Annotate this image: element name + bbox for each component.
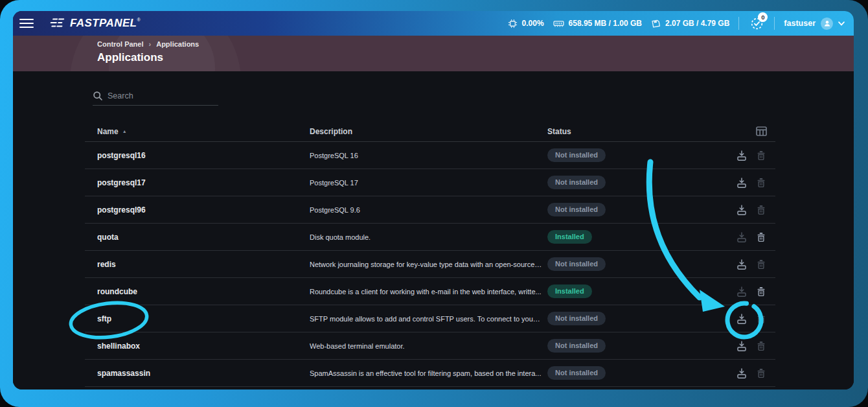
table-row: postgresql16 PostgreSQL 16 Not installed [85, 142, 775, 169]
cpu-usage-value: 0.00% [522, 19, 544, 28]
column-header-description: Description [310, 127, 547, 136]
app-name: sftp [85, 314, 310, 323]
main-content: Name ▲ Description Status postgresql16 P… [13, 71, 854, 390]
delete-icon [755, 258, 768, 271]
status-badge: Not installed [547, 148, 606, 162]
install-icon[interactable] [735, 367, 748, 380]
breadcrumb-separator: › [149, 40, 152, 48]
app-name: postgresql96 [85, 205, 310, 215]
page-title: Applications [97, 51, 163, 64]
delete-icon [755, 367, 768, 380]
status-badge: Not installed [547, 176, 606, 189]
install-icon [735, 231, 748, 244]
status-badge: Not installed [547, 366, 606, 380]
disk-icon [651, 19, 661, 29]
breadcrumb-applications: Applications [156, 40, 199, 48]
app-window: FASTPANEL ® 0.00% 658.95 MB / 1 [13, 11, 854, 390]
app-name: redis [85, 260, 310, 269]
ram-icon [553, 19, 564, 28]
app-description: Web-based terminal emulator. [310, 342, 547, 350]
delete-icon [755, 204, 768, 216]
install-icon[interactable] [735, 176, 748, 189]
breadcrumb-control-panel[interactable]: Control Panel [97, 40, 144, 48]
table-row: quota Disk quota module. Installed [85, 224, 775, 251]
app-name: shellinabox [85, 342, 310, 351]
delete-icon [755, 312, 768, 325]
install-icon[interactable] [735, 204, 748, 216]
pending-tasks-button[interactable]: 0 [748, 15, 765, 32]
install-icon[interactable] [735, 258, 748, 271]
user-menu[interactable]: fastuser [784, 17, 845, 30]
app-description: PostgreSQL 17 [310, 179, 547, 187]
username-label: fastuser [784, 19, 816, 28]
install-icon [735, 285, 748, 298]
delete-icon [755, 340, 768, 353]
chevron-down-icon [838, 21, 845, 26]
app-name: spamassassin [85, 369, 310, 378]
table-row: roundcube Roundcube is a client for work… [85, 278, 775, 305]
app-description: PostgreSQL 16 [310, 152, 547, 159]
app-description: Roundcube is a client for working with e… [310, 288, 547, 296]
tasks-count-badge: 0 [758, 12, 768, 22]
app-name: postgresql17 [85, 178, 310, 187]
search-icon [93, 91, 103, 101]
sort-asc-icon: ▲ [122, 129, 127, 134]
top-navbar: FASTPANEL ® 0.00% 658.95 MB / 1 [13, 11, 854, 36]
brand-name: FASTPANEL [70, 17, 137, 30]
search-field[interactable] [93, 86, 218, 106]
install-icon[interactable] [735, 149, 748, 162]
topbar-divider [774, 17, 775, 30]
install-icon[interactable] [735, 340, 748, 353]
chip-icon [508, 19, 518, 29]
disk-usage-stat: 2.07 GB / 4.79 GB [651, 19, 729, 29]
hamburger-menu-icon[interactable] [13, 11, 40, 36]
status-badge: Not installed [547, 339, 606, 353]
search-input[interactable] [108, 91, 211, 100]
brand-logo[interactable]: FASTPANEL ® [49, 17, 141, 30]
status-badge: Installed [547, 285, 592, 298]
table-row: postgresql96 PostgreSQL 9.6 Not installe… [85, 196, 775, 224]
delete-icon[interactable] [755, 285, 768, 298]
status-badge: Not installed [547, 312, 606, 325]
delete-icon [755, 176, 768, 189]
delete-icon[interactable] [755, 231, 768, 244]
status-badge: Installed [547, 230, 592, 244]
install-icon-sftp[interactable] [735, 312, 748, 325]
table-row: redis Network journaling storage for key… [85, 251, 775, 278]
table-header-row: Name ▲ Description Status [85, 121, 775, 142]
column-header-name[interactable]: Name ▲ [85, 127, 310, 136]
app-description: SFTP module allows to add and control SF… [310, 315, 547, 323]
status-badge: Not installed [547, 203, 606, 216]
status-badge: Not installed [547, 257, 606, 271]
delete-icon [755, 149, 768, 162]
topbar-divider [738, 17, 739, 30]
app-name: quota [85, 233, 310, 242]
disk-usage-value: 2.07 GB / 4.79 GB [665, 19, 729, 28]
table-row-sftp: sftp SFTP module allows to add and contr… [85, 305, 775, 332]
cpu-usage-stat: 0.00% [508, 19, 544, 29]
equalizer-logo-icon [49, 17, 66, 29]
memory-usage-value: 658.95 MB / 1.00 GB [569, 19, 642, 28]
app-description: PostgreSQL 9.6 [310, 206, 547, 214]
applications-table: Name ▲ Description Status postgresql16 P… [85, 121, 775, 387]
table-columns-icon[interactable] [756, 126, 767, 138]
app-description: Network journaling storage for key-value… [310, 261, 547, 268]
user-avatar-icon [821, 17, 833, 30]
brand-registered-mark: ® [137, 17, 140, 22]
page-header-band: Control Panel › Applications Application… [13, 36, 854, 71]
app-name: postgresql16 [85, 151, 310, 160]
table-row: postgresql17 PostgreSQL 17 Not installed [85, 169, 775, 196]
app-name: roundcube [85, 287, 310, 296]
table-row: shellinabox Web-based terminal emulator.… [85, 332, 775, 360]
app-description: SpamAssassin is an effective tool for fi… [310, 369, 547, 377]
column-header-status: Status [547, 127, 694, 136]
table-row: spamassassin SpamAssassin is an effectiv… [85, 360, 775, 387]
app-description: Disk quota module. [310, 233, 547, 241]
memory-usage-stat: 658.95 MB / 1.00 GB [553, 19, 642, 28]
breadcrumb: Control Panel › Applications [97, 40, 199, 48]
